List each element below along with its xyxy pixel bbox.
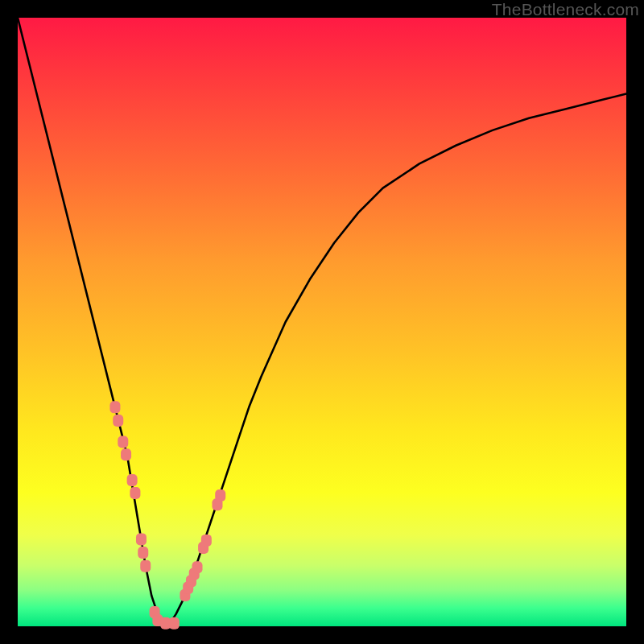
outer-frame: TheBottleneck.com <box>0 0 644 644</box>
marker-dot <box>192 561 203 573</box>
marker-dot <box>169 617 180 630</box>
marker-dot <box>113 415 123 427</box>
marker-dot <box>127 474 138 486</box>
marker-dot <box>121 448 131 460</box>
marker-dot <box>130 487 140 499</box>
bottleneck-curve-path <box>18 18 626 623</box>
marker-dot <box>215 489 225 502</box>
marker-dot <box>136 533 147 545</box>
plot-area <box>18 18 626 626</box>
marker-dot <box>109 401 120 413</box>
marker-dot <box>118 436 128 448</box>
marker-dots <box>109 401 225 629</box>
curve-line <box>18 18 626 623</box>
marker-dot <box>201 535 212 547</box>
chart-svg <box>18 18 626 626</box>
watermark-text: TheBottleneck.com <box>492 0 639 19</box>
marker-dot <box>138 547 148 559</box>
marker-dot <box>140 560 151 572</box>
